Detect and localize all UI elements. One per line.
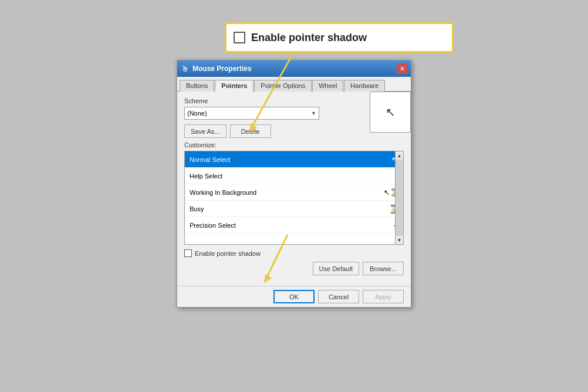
- delete-button[interactable]: Delete: [230, 124, 271, 138]
- dialog-footer: OK Cancel Apply: [177, 286, 411, 307]
- dialog-content: ↖ Scheme (None) ▼ Save As... Delete Cust…: [177, 92, 411, 286]
- scroll-up-button[interactable]: ▲: [396, 151, 404, 160]
- action-buttons: Use Default Browse...: [184, 262, 404, 275]
- preview-cursor-icon: ↖: [386, 105, 396, 119]
- title-bar-left: 🖱 Mouse Properties: [181, 64, 252, 73]
- cursor-preview: ↖: [370, 92, 411, 133]
- title-bar: 🖱 Mouse Properties ✕: [177, 60, 411, 77]
- top-callout-checkbox: [234, 32, 245, 43]
- list-item-precision-select[interactable]: Precision Select +: [185, 217, 403, 234]
- tab-hardware[interactable]: Hardware: [344, 80, 385, 92]
- mouse-properties-dialog: 🖱 Mouse Properties ✕ Buttons Pointers Po…: [177, 60, 411, 307]
- tab-buttons[interactable]: Buttons: [180, 80, 214, 92]
- dialog-icon: 🖱: [181, 64, 189, 73]
- list-item-busy[interactable]: Busy ⌛: [185, 201, 403, 217]
- tab-pointers[interactable]: Pointers: [215, 80, 254, 92]
- scroll-track: [396, 160, 403, 236]
- scheme-dropdown[interactable]: (None) ▼: [184, 107, 319, 120]
- browse-button[interactable]: Browse...: [363, 262, 404, 275]
- list-item-help-select[interactable]: Help Select: [185, 168, 403, 184]
- list-item-working-background[interactable]: Working In Background ↖⌛: [185, 184, 403, 201]
- shadow-row: Enable pointer shadow: [184, 249, 404, 257]
- close-button[interactable]: ✕: [397, 63, 407, 74]
- dialog-title: Mouse Properties: [192, 65, 252, 73]
- ok-button[interactable]: OK: [273, 290, 315, 303]
- list-item-normal-select[interactable]: Normal Select ↖: [185, 151, 403, 168]
- scroll-down-button[interactable]: ▼: [396, 236, 404, 244]
- customize-label: Customize:: [184, 141, 404, 148]
- dropdown-arrow-icon: ▼: [311, 110, 316, 116]
- top-callout-text: Enable pointer shadow: [251, 32, 367, 44]
- tab-pointer-options[interactable]: Pointer Options: [254, 80, 312, 92]
- enable-shadow-label: Enable pointer shadow: [195, 250, 261, 257]
- customize-list[interactable]: Normal Select ↖ Help Select Working In B…: [184, 151, 404, 245]
- use-default-button[interactable]: Use Default: [313, 262, 359, 275]
- cancel-button[interactable]: Cancel: [318, 290, 359, 303]
- top-callout: Enable pointer shadow: [225, 22, 454, 53]
- save-as-button[interactable]: Save As...: [184, 124, 227, 138]
- enable-shadow-checkbox[interactable]: [184, 249, 192, 257]
- apply-button[interactable]: Apply: [363, 290, 404, 303]
- tab-wheel[interactable]: Wheel: [312, 80, 343, 92]
- tab-bar: Buttons Pointers Pointer Options Wheel H…: [177, 77, 411, 92]
- list-scrollbar[interactable]: ▲ ▼: [395, 151, 403, 244]
